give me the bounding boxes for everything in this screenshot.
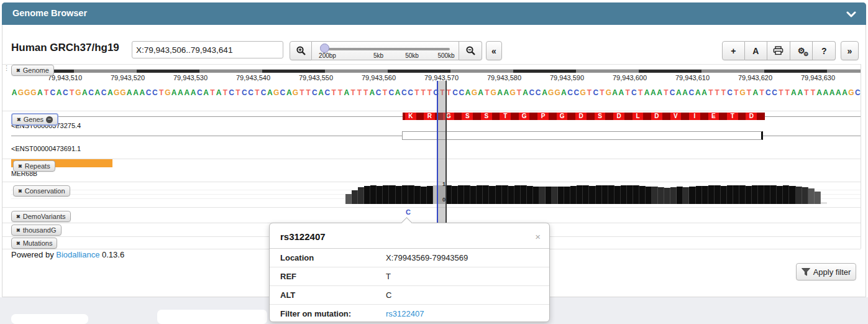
- zoom-slider-track[interactable]: [321, 48, 450, 50]
- zoom-out-button[interactable]: [459, 41, 482, 60]
- powered-by: Powered by Biodalliance 0.13.6: [11, 250, 124, 259]
- conservation-bar: [508, 186, 514, 204]
- sequence-base: T: [350, 88, 356, 98]
- sequence-base: C: [196, 88, 203, 98]
- popup-row-value-link[interactable]: rs3122407: [386, 309, 424, 318]
- popup-row-label: Filter on mutation:: [280, 309, 351, 318]
- sequence-base: T: [516, 88, 522, 98]
- track-chip-repeats[interactable]: ✖ Repeats: [13, 160, 55, 172]
- close-icon[interactable]: ✖: [16, 228, 21, 233]
- conservation-bar: [539, 187, 546, 205]
- divider: [2, 111, 861, 111]
- sequence-base: C: [152, 88, 158, 98]
- sequence-base: A: [842, 88, 848, 98]
- conservation-bar: [758, 185, 764, 204]
- zoom-slider-panel: 200bp5kb50kb500kb: [312, 41, 459, 60]
- track-chip-genes[interactable]: ✖ Genes −: [11, 113, 58, 126]
- minus-circle-icon[interactable]: −: [46, 116, 53, 123]
- sequence-base: A: [395, 88, 401, 98]
- amino-acid-cell: S: [462, 113, 480, 120]
- close-icon[interactable]: ✖: [16, 214, 21, 220]
- popup-row-label: Location: [280, 253, 314, 262]
- sequence-base: G: [120, 88, 126, 98]
- biodalliance-link[interactable]: Biodalliance: [56, 250, 99, 259]
- track-chip-genome[interactable]: ✖ Genome: [11, 65, 54, 76]
- sequence-base: G: [739, 88, 746, 98]
- sequence-base: A: [203, 88, 209, 98]
- close-icon[interactable]: ✖: [18, 164, 22, 169]
- sequence-base: T: [235, 88, 241, 98]
- add-track-button[interactable]: +: [722, 41, 745, 60]
- sequence-base: T: [158, 88, 164, 98]
- sequence-base: C: [669, 88, 675, 98]
- sequence-base: A: [478, 88, 484, 98]
- sequence-base: T: [784, 88, 790, 98]
- close-icon[interactable]: ×: [535, 231, 541, 242]
- apply-filter-button[interactable]: Apply filter: [796, 263, 856, 280]
- export-print-button[interactable]: [767, 41, 790, 60]
- track-chip-conservation[interactable]: ✖ Conservation: [13, 185, 70, 197]
- conservation-bar: [383, 185, 389, 204]
- conservation-bar: [796, 187, 802, 205]
- sequence-base: G: [75, 88, 81, 98]
- sequence-base: T: [714, 88, 720, 98]
- sequence-base: G: [24, 88, 30, 98]
- sequence-base: T: [759, 88, 765, 98]
- zoom-in-button[interactable]: [290, 41, 312, 60]
- location-input[interactable]: [132, 41, 283, 58]
- close-icon[interactable]: ✖: [16, 68, 21, 73]
- sequence-base: A: [503, 88, 509, 98]
- amino-acid-band[interactable]: KRGSSTGPGDSDLDVIETD: [403, 113, 765, 120]
- close-icon[interactable]: ✖: [18, 188, 22, 194]
- dna-sequence-track[interactable]: AGGGATCACTGACACAGGAAACCTGAAAACATATCTCCTC…: [11, 88, 861, 98]
- drag-handle-icon[interactable]: ⋮: [3, 64, 10, 72]
- sequence-base: C: [88, 88, 94, 98]
- conservation-bar: [577, 185, 583, 204]
- track-chip-demovariants[interactable]: ✖ DemoVariants: [11, 211, 71, 222]
- conservation-bar: [402, 185, 408, 204]
- popup-row-label: ALT: [280, 290, 295, 300]
- close-icon[interactable]: ✖: [16, 241, 21, 246]
- font-size-button[interactable]: A: [745, 41, 768, 60]
- collapse-right-button[interactable]: »: [841, 41, 859, 60]
- conservation-bar: [708, 185, 715, 204]
- background-card: [11, 314, 88, 324]
- sequence-base: T: [426, 88, 432, 98]
- conservation-bar: [802, 187, 808, 204]
- conservation-bar: [808, 188, 815, 204]
- sequence-base: T: [599, 88, 605, 98]
- conservation-bar: [696, 186, 702, 204]
- collapse-left-button[interactable]: «: [486, 41, 502, 60]
- coordinate-ruler[interactable]: [11, 69, 861, 73]
- transcript-label: <ENST00000473691.1: [11, 145, 81, 152]
- variant-glyph[interactable]: C: [406, 208, 411, 216]
- sequence-base: T: [381, 88, 388, 98]
- conservation-histogram[interactable]: [345, 185, 827, 204]
- sequence-base: A: [835, 88, 841, 98]
- conservation-bar: [502, 185, 508, 204]
- sequence-base: A: [37, 88, 43, 98]
- conservation-bar: [777, 186, 783, 204]
- zoom-slider-handle[interactable]: [320, 44, 329, 53]
- sequence-base: A: [541, 88, 547, 98]
- sequence-base: T: [624, 88, 631, 98]
- sequence-base: T: [663, 88, 669, 98]
- track-chip-mutations[interactable]: ✖ Mutations: [11, 238, 57, 249]
- track-chip-thousandg[interactable]: ✖ thousandG: [11, 224, 62, 236]
- sequence-base: T: [222, 88, 228, 98]
- variant-popup: rs3122407 × LocationX:79943569-79943569R…: [269, 223, 550, 322]
- close-icon[interactable]: ✖: [17, 117, 21, 123]
- genome-browser-app: Genome Browser Human GRCh37/hg19 200bp5k…: [0, 0, 868, 324]
- sequence-base: T: [810, 88, 816, 98]
- divider: [2, 159, 861, 159]
- ruler-tick: 79,943,520: [106, 74, 150, 81]
- sequence-base: A: [11, 88, 17, 98]
- sequence-base: C: [324, 88, 331, 98]
- sequence-base: C: [375, 88, 381, 98]
- sequence-base: G: [114, 88, 120, 98]
- exon-box[interactable]: [402, 131, 763, 140]
- conservation-bar: [770, 185, 777, 204]
- chevron-down-icon[interactable]: [846, 11, 856, 17]
- help-button[interactable]: ?: [813, 41, 836, 60]
- settings-button[interactable]: ⚙⚙: [790, 41, 813, 60]
